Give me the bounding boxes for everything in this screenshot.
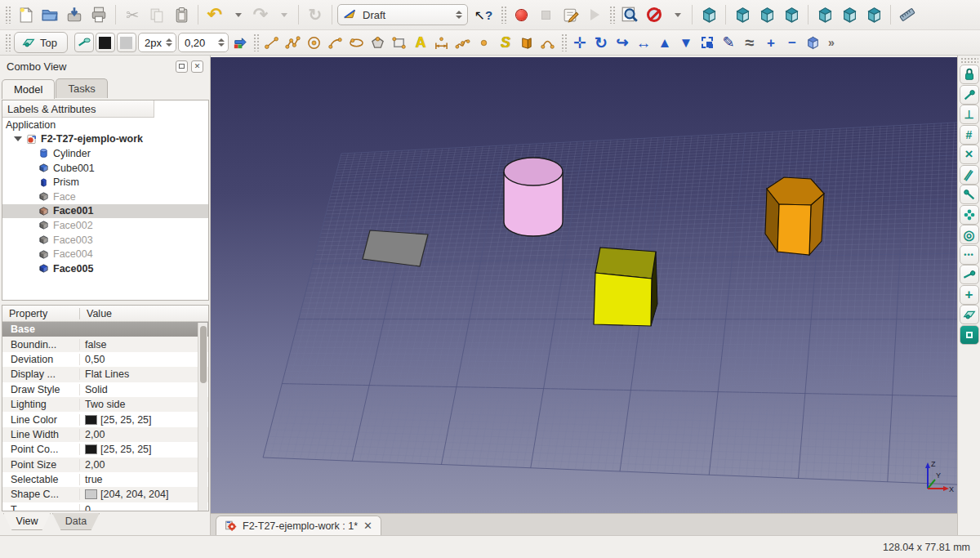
save-button[interactable] bbox=[63, 3, 86, 26]
finish-line-button[interactable] bbox=[74, 33, 94, 52]
open-file-button[interactable] bbox=[38, 3, 61, 26]
tree-item-face001[interactable]: Face001 bbox=[2, 204, 208, 219]
draft-bezier-button[interactable] bbox=[538, 33, 558, 52]
face001-plane[interactable] bbox=[363, 230, 428, 266]
toolbar-grip[interactable] bbox=[501, 6, 506, 24]
snap-extension-button[interactable]: + bbox=[960, 285, 979, 305]
new-file-button[interactable] bbox=[14, 3, 37, 26]
apply-style-button[interactable] bbox=[230, 33, 250, 52]
draft-edit-button[interactable]: ✎ bbox=[719, 33, 738, 52]
document-tab[interactable]: F2-T27-ejemplo-work : 1* ✕ bbox=[216, 516, 381, 535]
value-column-header[interactable]: Value bbox=[80, 308, 118, 319]
macro-play-button[interactable] bbox=[583, 3, 606, 26]
measure-distance-button[interactable] bbox=[896, 3, 919, 26]
whats-this-button[interactable]: ↖? bbox=[470, 3, 497, 26]
tree-item-cylinder[interactable]: Cylinder bbox=[2, 146, 208, 161]
draft-ellipse-button[interactable] bbox=[347, 33, 367, 52]
property-group-base[interactable]: Base bbox=[2, 322, 208, 337]
draft-polygon-button[interactable] bbox=[368, 33, 388, 52]
toolbar-grip[interactable] bbox=[5, 33, 11, 51]
hex-prism-object[interactable] bbox=[765, 177, 824, 255]
view-bottom-button[interactable] bbox=[838, 3, 861, 26]
snap-concentric-button[interactable]: ◎ bbox=[960, 225, 979, 244]
tab-model[interactable]: Model bbox=[2, 79, 55, 99]
toolbar-grip[interactable] bbox=[5, 6, 11, 24]
draft-point-button[interactable] bbox=[474, 33, 494, 52]
draft-bspline-button[interactable] bbox=[453, 33, 473, 52]
draft-shapestring-button[interactable]: S bbox=[496, 33, 515, 52]
draft-delete-point-button[interactable]: − bbox=[782, 33, 802, 52]
fit-all-button[interactable] bbox=[618, 3, 641, 26]
view-axonometric-button[interactable] bbox=[697, 3, 720, 26]
toolbar-overflow-chevron[interactable]: » bbox=[828, 36, 835, 49]
snap-parallel-button[interactable]: ∥ bbox=[960, 165, 979, 185]
tree-item-prism[interactable]: Prism bbox=[2, 175, 208, 190]
draft-arc-button[interactable] bbox=[326, 33, 345, 52]
prism-front-face[interactable] bbox=[777, 204, 811, 255]
line-width-spinbox[interactable]: 2px bbox=[138, 33, 176, 52]
redo-dropdown[interactable] bbox=[274, 5, 293, 25]
line-color-button[interactable] bbox=[96, 33, 115, 52]
cube-object[interactable] bbox=[594, 248, 657, 326]
snap-endpoint-button[interactable] bbox=[960, 85, 979, 105]
snap-dimensions-button[interactable]: ••• bbox=[960, 245, 979, 265]
draft-offset-button[interactable]: ↪ bbox=[612, 33, 632, 52]
macro-record-button[interactable] bbox=[510, 3, 532, 26]
tab-tasks[interactable]: Tasks bbox=[56, 78, 107, 98]
draft-downgrade-button[interactable]: ▼ bbox=[676, 33, 696, 52]
print-button[interactable] bbox=[87, 3, 110, 26]
draft-rectangle-button[interactable] bbox=[390, 33, 409, 52]
tree-item-face004[interactable]: Face004 bbox=[2, 247, 208, 261]
font-size-spinbox[interactable]: 0,20 bbox=[178, 33, 229, 52]
toolbar-grip[interactable] bbox=[253, 33, 259, 51]
snap-center-button[interactable] bbox=[960, 205, 979, 225]
tree-item-face002[interactable]: Face002 bbox=[2, 218, 208, 233]
draft-scale-button[interactable] bbox=[697, 33, 717, 52]
draft-wire-button[interactable] bbox=[283, 33, 303, 52]
draft-wire-to-bspline-button[interactable]: ≈ bbox=[740, 33, 760, 52]
macro-stop-button[interactable] bbox=[534, 3, 557, 26]
snap-midpoint-button[interactable] bbox=[960, 185, 979, 204]
cut-button[interactable]: ✂ bbox=[121, 3, 144, 26]
tree-document-row[interactable]: F2-T27-ejemplo-work bbox=[2, 132, 208, 147]
property-column-header[interactable]: Property bbox=[2, 308, 80, 319]
undo-button[interactable]: ↶ bbox=[203, 3, 226, 26]
draft-facebinder-button[interactable] bbox=[517, 33, 537, 52]
cylinder-object[interactable] bbox=[504, 158, 563, 236]
expand-caret-icon[interactable] bbox=[14, 136, 22, 141]
macro-edit-button[interactable] bbox=[559, 3, 581, 26]
refresh-button[interactable]: ↻ bbox=[304, 3, 327, 26]
snap-near-button[interactable] bbox=[960, 265, 979, 284]
snap-perpendicular-button[interactable]: ⊥ bbox=[960, 105, 979, 124]
3d-viewport[interactable]: Z Y X bbox=[211, 57, 957, 513]
draft-text-button[interactable]: A bbox=[411, 33, 430, 52]
property-scrollbar[interactable] bbox=[198, 323, 207, 511]
draft-circle-button[interactable] bbox=[305, 33, 324, 52]
draft-to-sketch-button[interactable] bbox=[804, 33, 823, 52]
tree-column-header[interactable]: Labels & Attributes bbox=[2, 100, 154, 118]
tree-item-face[interactable]: Face bbox=[2, 190, 208, 204]
view-right-button[interactable] bbox=[780, 3, 803, 26]
working-plane-button[interactable]: Top bbox=[14, 32, 68, 53]
draft-line-button[interactable] bbox=[262, 33, 282, 52]
view-left-button[interactable] bbox=[862, 3, 885, 26]
toggle-grid-button[interactable] bbox=[960, 325, 979, 345]
snap-lock-button[interactable] bbox=[960, 65, 979, 84]
draw-style-button[interactable] bbox=[643, 3, 666, 26]
snap-intersection-button[interactable]: × bbox=[960, 145, 979, 164]
draw-style-dropdown[interactable] bbox=[667, 5, 687, 25]
toolbar-grip[interactable] bbox=[960, 57, 978, 63]
close-tab-icon[interactable]: ✕ bbox=[363, 520, 372, 532]
cylinder-top[interactable] bbox=[504, 158, 563, 185]
toolbar-grip[interactable] bbox=[561, 33, 567, 51]
tab-data[interactable]: Data bbox=[52, 513, 100, 530]
draft-add-point-button[interactable]: + bbox=[761, 33, 781, 52]
undo-dropdown[interactable] bbox=[228, 5, 247, 25]
cube-front-face[interactable] bbox=[594, 273, 652, 326]
face-color-button[interactable] bbox=[117, 33, 136, 52]
working-plane-snap-button[interactable] bbox=[960, 305, 979, 324]
view-front-button[interactable] bbox=[731, 3, 754, 26]
snap-grid-button[interactable]: # bbox=[960, 125, 979, 145]
scrollbar-thumb[interactable] bbox=[200, 326, 207, 383]
toolbar-grip[interactable] bbox=[609, 6, 615, 24]
